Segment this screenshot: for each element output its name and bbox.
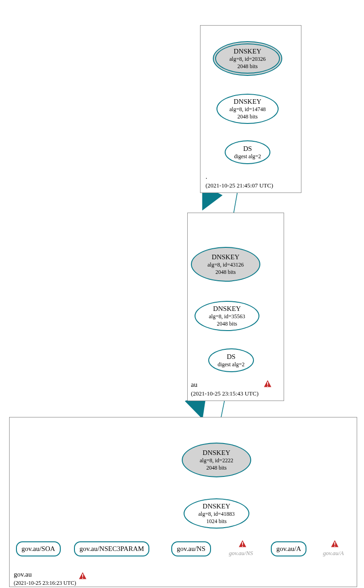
root-ds-l1: digest alg=2	[234, 153, 261, 160]
zone-au-label: au	[191, 381, 197, 389]
node-govau-nsec3param: gov.au/NSEC3PARAM	[74, 541, 149, 556]
govau-ns-title: gov.au/NS	[177, 545, 206, 553]
govau-zsk-l2: 1024 bits	[206, 518, 227, 525]
node-root-zsk: DNSKEY alg=8, id=14748 2048 bits	[216, 94, 279, 124]
node-govau-a: gov.au/A	[271, 541, 306, 556]
dnssec-diagram: DNSKEY alg=8, id=20326 2048 bits DNSKEY …	[0, 0, 364, 588]
zone-root-label: .	[206, 173, 207, 181]
zone-root-ts: (2021-10-25 21:45:07 UTC)	[206, 182, 273, 189]
node-govau-ksk: DNSKEY alg=8, id=2222 2048 bits	[182, 443, 251, 477]
svg-rect-1	[267, 386, 268, 387]
govau-zsk-title: DNSKEY	[203, 502, 231, 510]
node-au-zsk: DNSKEY alg=8, id=35563 2048 bits	[195, 301, 259, 331]
svg-rect-0	[267, 382, 268, 385]
au-ksk-l2: 2048 bits	[216, 269, 236, 276]
root-ksk-title: DNSKEY	[234, 48, 262, 55]
govau-ksk-l1: alg=8, id=2222	[200, 457, 233, 464]
node-govau-zsk: DNSKEY alg=8, id=41883 1024 bits	[184, 498, 249, 529]
govau-ksk-l2: 2048 bits	[206, 465, 227, 471]
govau-ksk-title: DNSKEY	[203, 449, 231, 457]
au-ksk-title: DNSKEY	[212, 253, 240, 261]
au-ds-title: DS	[227, 353, 235, 361]
svg-rect-3	[242, 546, 243, 547]
svg-rect-4	[334, 542, 335, 545]
au-zsk-l2: 2048 bits	[217, 321, 237, 327]
ghost-a-label: gov.au/A	[323, 550, 344, 557]
zone-govau	[9, 417, 357, 587]
svg-rect-7	[82, 578, 83, 579]
warning-triangle-icon	[263, 379, 273, 389]
node-govau-soa: gov.au/SOA	[16, 541, 61, 556]
node-root-ksk: DNSKEY alg=8, id=20326 2048 bits	[213, 41, 282, 76]
root-ksk-l1: alg=8, id=20326	[229, 56, 266, 63]
svg-rect-6	[82, 574, 83, 577]
node-govau-ns: gov.au/NS	[171, 541, 211, 556]
root-zsk-title: DNSKEY	[234, 98, 262, 106]
au-zsk-title: DNSKEY	[213, 305, 241, 313]
zone-govau-ts: (2021-10-25 23:16:23 UTC)	[14, 580, 76, 587]
node-root-ds: DS digest alg=2	[225, 140, 270, 164]
root-ds-title: DS	[243, 145, 252, 153]
au-zsk-l1: alg=8, id=35563	[209, 313, 245, 320]
au-ksk-l1: alg=8, id=43126	[207, 262, 244, 268]
node-au-ksk: DNSKEY alg=8, id=43126 2048 bits	[191, 247, 260, 282]
warning-triangle-icon	[330, 539, 340, 549]
svg-rect-2	[242, 542, 243, 545]
node-au-ds: DS digest alg=2	[208, 348, 254, 372]
govau-zsk-l1: alg=8, id=41883	[198, 511, 235, 518]
govau-a-title: gov.au/A	[276, 545, 301, 553]
svg-rect-5	[334, 546, 335, 547]
ghost-ns-label: gov.au/NS	[229, 550, 253, 557]
root-zsk-l1: alg=8, id=14748	[229, 106, 266, 113]
warning-triangle-icon	[78, 571, 88, 581]
root-zsk-l2: 2048 bits	[237, 113, 258, 120]
warning-triangle-icon	[237, 539, 248, 549]
govau-soa-title: gov.au/SOA	[21, 545, 55, 553]
zone-govau-label: gov.au	[14, 571, 32, 578]
au-ds-l1: digest alg=2	[217, 361, 244, 368]
root-ksk-l2: 2048 bits	[237, 63, 258, 70]
govau-n3p-title: gov.au/NSEC3PARAM	[79, 545, 144, 553]
zone-au-ts: (2021-10-25 23:15:43 UTC)	[191, 390, 258, 397]
